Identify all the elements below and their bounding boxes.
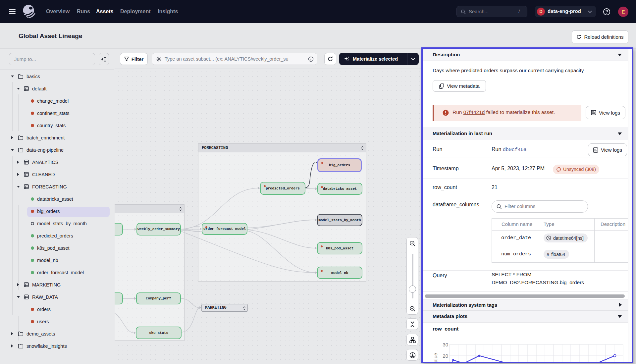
svg-text:20: 20 <box>443 353 448 359</box>
svg-text:Value: Value <box>433 353 438 362</box>
svg-text:30: 30 <box>443 342 448 347</box>
